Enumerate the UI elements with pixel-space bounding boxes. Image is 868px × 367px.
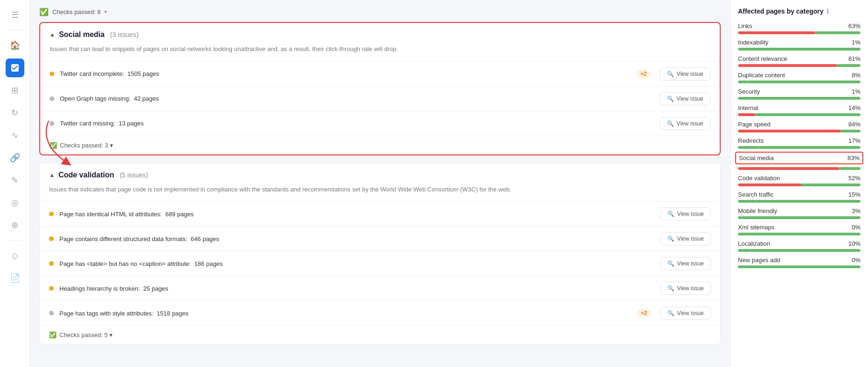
category-bar-header: Security 1% bbox=[738, 88, 861, 95]
social-media-header[interactable]: ▲ Social media (3 issues) bbox=[40, 23, 720, 44]
category-bar-pct: 52% bbox=[848, 175, 861, 182]
issue-dot-gray-og bbox=[50, 96, 54, 101]
bar-remainder bbox=[750, 249, 861, 252]
category-bar-item-mobile-friendly: Mobile friendly 3% bbox=[738, 207, 861, 219]
check-circle-icon-sm: ✅ bbox=[50, 142, 57, 149]
add-icon[interactable]: ⊕ bbox=[6, 216, 24, 235]
menu-icon[interactable]: ☰ bbox=[6, 6, 24, 24]
target-icon[interactable]: ◎ bbox=[6, 193, 24, 212]
bar-fill bbox=[738, 146, 759, 149]
category-bar-name: Social media bbox=[739, 154, 774, 161]
view-issue-label-4: View issue bbox=[677, 211, 704, 217]
sidebar-divider bbox=[7, 30, 22, 30]
bar-track bbox=[738, 167, 861, 170]
category-bar-name: Links bbox=[738, 22, 752, 29]
code-validation-title: Code validation bbox=[58, 171, 114, 179]
checks-passed-code-validation[interactable]: ✅ Checks passed: 5 ▾ bbox=[40, 325, 720, 344]
category-bar-header: Localization 10% bbox=[738, 240, 861, 247]
issue-badge-plus2: +2 bbox=[637, 70, 651, 78]
view-issue-structured-data-button[interactable]: 🔍 View issue bbox=[660, 232, 711, 245]
bar-remainder bbox=[815, 31, 861, 34]
code-validation-description: Issues that indicates that page code is … bbox=[40, 185, 720, 202]
issue-row-table-caption: Page has <table> but has no <caption> at… bbox=[40, 251, 720, 276]
view-issue-style-attrs-button[interactable]: 🔍 View issue bbox=[660, 307, 711, 320]
view-issue-twitter-incomplete-button[interactable]: 🔍 View issue bbox=[660, 67, 710, 81]
document-icon[interactable]: 📄 bbox=[6, 269, 24, 287]
issue-text-html-id: Page has identical HTML id attributes: 6… bbox=[59, 211, 655, 218]
panel-title-text: Affected pages by category bbox=[738, 7, 824, 15]
category-bar-item-redirects: Redirects 17% bbox=[738, 137, 861, 149]
bar-track bbox=[738, 184, 861, 186]
category-bar-pct: 17% bbox=[848, 137, 861, 144]
code-validation-issues-count: (5 issues) bbox=[118, 171, 148, 179]
category-bar-header: New pages add 0% bbox=[738, 257, 861, 264]
issue-dot-gray-sa bbox=[49, 311, 54, 316]
category-bar-header: Search traffic 15% bbox=[738, 191, 861, 198]
bar-fill bbox=[738, 81, 748, 83]
view-issue-html-id-button[interactable]: 🔍 View issue bbox=[660, 207, 711, 220]
category-bar-pct: 8% bbox=[852, 72, 861, 79]
category-bar-pct: 3% bbox=[852, 207, 861, 214]
bar-track bbox=[738, 64, 861, 67]
code-validation-header[interactable]: ▲ Code validation (5 issues) bbox=[40, 163, 720, 185]
category-bar-item-content-relevance: Content relevance 81% bbox=[738, 55, 861, 67]
category-bar-header: Internal 14% bbox=[738, 104, 861, 111]
issue-text-style-attrs: Page has tags with style attributes: 151… bbox=[59, 310, 631, 317]
social-media-section: ▲ Social media (3 issues) Issues that ca… bbox=[39, 22, 721, 155]
pencil-icon[interactable]: ✎ bbox=[6, 171, 24, 190]
category-bar-header: Content relevance 81% bbox=[738, 55, 861, 62]
category-bar-header: Mobile friendly 3% bbox=[738, 207, 861, 214]
issue-row-headings: Headings hierarchy is broken: 25 pages 🔍… bbox=[40, 276, 720, 301]
search-icon: 🔍 bbox=[667, 71, 674, 77]
category-bar-item-social-media: Social media 83% bbox=[738, 152, 861, 170]
search-icon-6: 🔍 bbox=[667, 260, 674, 267]
category-bar-header: Redirects 17% bbox=[738, 137, 861, 144]
code-validation-section: ▲ Code validation (5 issues) Issues that… bbox=[39, 163, 721, 345]
category-bar-name: Duplicate content bbox=[738, 72, 785, 79]
category-bar-name: Mobile friendly bbox=[738, 207, 777, 214]
view-issue-twitter-missing-button[interactable]: 🔍 View issue bbox=[660, 117, 710, 130]
issue-dot-orange-tc bbox=[49, 261, 54, 266]
category-bar-header: Social media 83% bbox=[735, 152, 863, 164]
issue-dot-gray-tw bbox=[50, 121, 54, 126]
bar-fill bbox=[738, 31, 815, 34]
view-issue-table-caption-button[interactable]: 🔍 View issue bbox=[660, 257, 711, 270]
view-issue-open-graph-button[interactable]: 🔍 View issue bbox=[660, 92, 710, 105]
category-bar-header: Xml sitemaps 0% bbox=[738, 224, 861, 231]
category-bar-item-search-traffic: Search traffic 15% bbox=[738, 191, 861, 203]
issue-text-table-caption: Page has <table> but has no <caption> at… bbox=[59, 260, 655, 267]
link-icon[interactable]: 🔗 bbox=[6, 148, 24, 167]
issue-dot-orange bbox=[50, 72, 54, 76]
bar-remainder bbox=[756, 200, 861, 203]
search-icon-2: 🔍 bbox=[667, 95, 674, 102]
issue-dot-orange-hh bbox=[49, 286, 54, 291]
diamond-icon[interactable]: ◇ bbox=[6, 246, 24, 265]
grid-icon[interactable]: ⊞ bbox=[6, 81, 24, 100]
checks-passed-social-media[interactable]: ✅ Checks passed: 3 ▾ bbox=[40, 136, 720, 154]
view-issue-headings-button[interactable]: 🔍 View issue bbox=[660, 282, 711, 295]
bar-remainder bbox=[759, 146, 861, 149]
bar-remainder bbox=[839, 167, 861, 170]
bar-fill bbox=[738, 113, 755, 116]
category-bar-pct: 0% bbox=[852, 224, 861, 231]
social-media-description: Issues that can lead to snippets of page… bbox=[40, 44, 720, 61]
social-media-issues-count: (3 issues) bbox=[108, 31, 139, 38]
bar-fill bbox=[738, 249, 750, 252]
checks-passed-cv-label: Checks passed: 5 ▾ bbox=[59, 331, 113, 338]
category-bar-name: Search traffic bbox=[738, 191, 774, 198]
bar-track bbox=[738, 97, 861, 100]
bar-fill bbox=[738, 167, 839, 170]
chart-icon[interactable]: ∿ bbox=[6, 126, 24, 145]
view-issue-label-7: View issue bbox=[677, 285, 704, 292]
home-icon[interactable]: 🏠 bbox=[6, 36, 24, 55]
checks-passed-top[interactable]: ✅ Checks passed: 8 ▾ bbox=[39, 7, 721, 16]
bar-remainder bbox=[739, 48, 861, 51]
refresh-icon[interactable]: ↻ bbox=[6, 103, 24, 122]
category-bar-name: Content relevance bbox=[738, 55, 788, 62]
category-bar-header: Duplicate content 8% bbox=[738, 72, 861, 79]
bar-remainder bbox=[739, 97, 861, 100]
category-bar-name: New pages add bbox=[738, 257, 780, 264]
category-bar-item-xml-sitemaps: Xml sitemaps 0% bbox=[738, 224, 861, 235]
audit-active-icon[interactable] bbox=[6, 59, 24, 77]
bar-track bbox=[738, 216, 861, 219]
